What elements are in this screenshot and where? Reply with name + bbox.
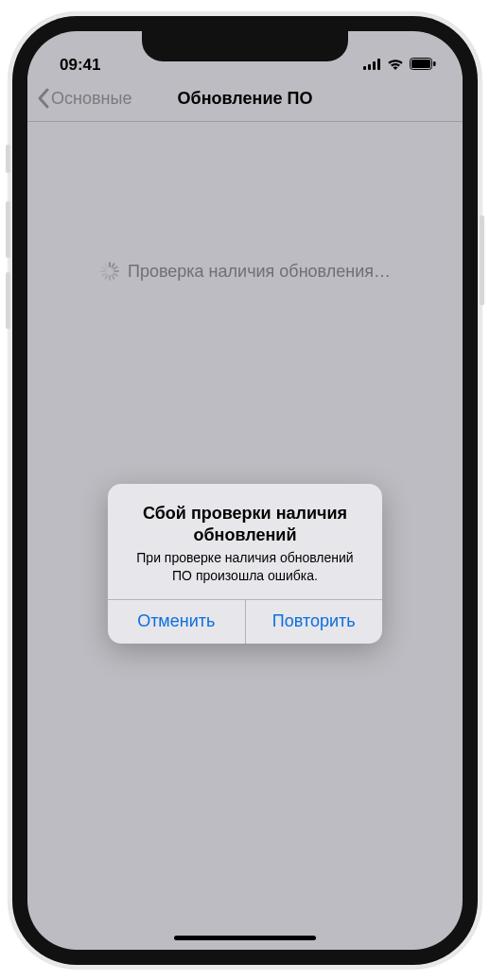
phone-frame: 09:41 xyxy=(9,12,481,969)
back-button[interactable]: Основные xyxy=(37,88,131,109)
chevron-left-icon xyxy=(37,88,49,109)
alert-dialog: Сбой проверки наличия обновлений При про… xyxy=(108,484,382,643)
svg-rect-1 xyxy=(368,64,371,70)
mute-switch xyxy=(6,145,10,173)
screen: 09:41 xyxy=(27,31,463,950)
svg-rect-6 xyxy=(433,61,436,66)
cellular-signal-icon xyxy=(363,56,381,75)
alert-backdrop: Сбой проверки наличия обновлений При про… xyxy=(27,122,463,950)
svg-rect-2 xyxy=(373,61,376,70)
alert-title: Сбой проверки наличия обновлений xyxy=(125,503,365,545)
alert-message: При проверке наличия обновлений ПО произ… xyxy=(125,549,365,583)
back-button-label: Основные xyxy=(51,89,131,109)
battery-icon xyxy=(410,56,436,75)
home-indicator[interactable] xyxy=(174,936,316,940)
volume-down-button xyxy=(6,272,10,329)
wifi-icon xyxy=(387,56,404,75)
svg-rect-3 xyxy=(377,59,380,70)
content-area: Проверка наличия обновления… Сбой провер… xyxy=(27,122,463,950)
side-button xyxy=(480,215,484,305)
retry-button[interactable]: Повторить xyxy=(245,600,383,644)
svg-rect-5 xyxy=(411,60,430,68)
svg-rect-0 xyxy=(363,66,366,70)
navigation-bar: Основные Обновление ПО xyxy=(27,77,463,122)
cancel-button[interactable]: Отменить xyxy=(108,600,245,644)
notch xyxy=(142,31,348,61)
volume-up-button xyxy=(6,201,10,258)
status-time: 09:41 xyxy=(60,56,100,75)
